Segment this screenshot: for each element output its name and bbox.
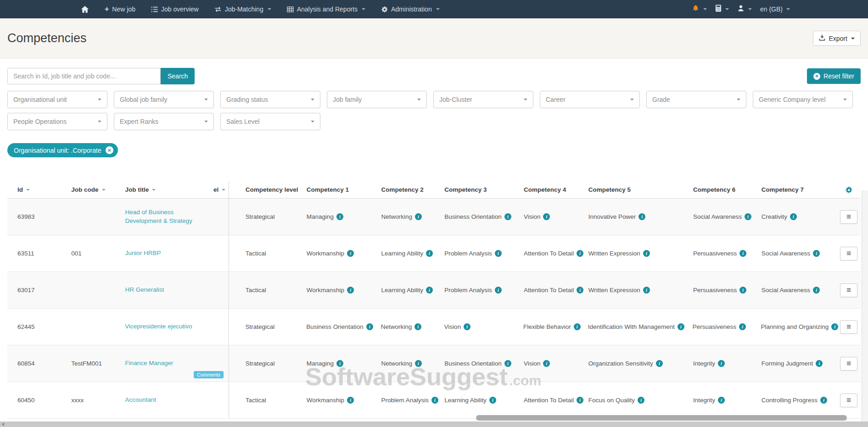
header-competency-level[interactable]: Competency level <box>229 181 307 198</box>
nav-job-matching[interactable]: Job-Matching <box>214 6 271 13</box>
info-icon[interactable]: i <box>489 397 496 404</box>
info-icon[interactable]: i <box>638 397 644 404</box>
header-level-clipped[interactable]: el <box>208 181 229 198</box>
info-icon[interactable]: i <box>504 213 511 220</box>
info-icon[interactable]: i <box>336 360 343 367</box>
nav-analysis-reports[interactable]: Analysis and Reports <box>287 6 365 13</box>
info-icon[interactable]: i <box>347 250 354 257</box>
header-competency-6[interactable]: Competency 6 <box>693 181 762 198</box>
info-icon[interactable]: i <box>577 250 583 257</box>
info-icon[interactable]: i <box>415 213 422 220</box>
horizontal-scrollbar-thumb[interactable] <box>476 415 847 421</box>
info-icon[interactable]: i <box>495 250 502 257</box>
row-menu-button[interactable]: ≡ <box>840 247 857 261</box>
info-icon[interactable]: i <box>643 287 650 294</box>
info-icon[interactable]: i <box>577 287 583 294</box>
info-icon[interactable]: i <box>347 397 354 404</box>
filter-dropdown[interactable]: Sales Level <box>220 113 320 130</box>
header-id[interactable]: Id <box>7 181 61 198</box>
header-job-title[interactable]: Job title <box>115 181 208 198</box>
vertical-scrollbar-track[interactable] <box>862 190 868 421</box>
nav-new-job[interactable]: + New job <box>105 6 135 13</box>
search-button[interactable]: Search <box>161 68 195 84</box>
job-title-link[interactable]: Finance Manager <box>125 359 173 368</box>
info-icon[interactable]: i <box>643 250 650 257</box>
info-icon[interactable]: i <box>813 287 820 294</box>
info-icon[interactable]: i <box>816 360 823 367</box>
filter-dropdown[interactable]: Organisational unit <box>7 91 107 108</box>
search-input[interactable] <box>7 68 161 84</box>
info-icon[interactable]: i <box>718 397 725 404</box>
info-icon[interactable]: i <box>504 360 511 367</box>
header-competency-2[interactable]: Competency 2 <box>381 181 444 198</box>
nav-job-overview[interactable]: Job overview <box>151 6 199 13</box>
info-icon[interactable]: i <box>739 323 746 330</box>
reset-filter-button[interactable]: × Reset filter <box>807 68 861 84</box>
user-menu[interactable] <box>737 5 752 14</box>
filter-dropdown[interactable]: Generic Company level <box>753 91 853 108</box>
filter-dropdown[interactable]: Career <box>540 91 640 108</box>
row-menu-button[interactable]: ≡ <box>840 394 857 407</box>
info-icon[interactable]: i <box>464 323 470 330</box>
job-title-link[interactable]: Head of Business Development & Strategy <box>125 208 204 226</box>
info-icon[interactable]: i <box>574 323 581 330</box>
info-icon[interactable]: i <box>813 250 820 257</box>
header-competency-5[interactable]: Competency 5 <box>588 181 693 198</box>
comments-badge[interactable]: Comments <box>194 371 224 378</box>
language-menu[interactable]: en (GB) <box>760 6 790 13</box>
info-icon[interactable]: i <box>415 360 422 367</box>
info-icon[interactable]: i <box>820 397 827 404</box>
filter-dropdown[interactable]: Grading status <box>220 91 320 108</box>
header-competency-4[interactable]: Competency 4 <box>524 181 588 198</box>
header-competency-3[interactable]: Competency 3 <box>444 181 524 198</box>
info-icon[interactable]: i <box>426 250 433 257</box>
info-icon[interactable]: i <box>718 360 725 367</box>
info-icon[interactable]: i <box>739 287 746 294</box>
filter-dropdown[interactable]: Global job family <box>114 91 214 108</box>
info-icon[interactable]: i <box>656 360 663 367</box>
filter-dropdown[interactable]: Job-Cluster <box>433 91 533 108</box>
info-icon[interactable]: i <box>426 287 433 294</box>
info-icon[interactable]: i <box>543 213 550 220</box>
cell-level-clipped <box>208 235 229 272</box>
header-competency-7[interactable]: Competency 7 <box>762 181 837 198</box>
row-menu-button[interactable]: ≡ <box>840 357 857 371</box>
competency-name: Creativity <box>762 213 787 220</box>
info-icon[interactable]: i <box>678 323 684 330</box>
info-icon[interactable]: i <box>638 213 645 220</box>
job-title-link[interactable]: Vicepresidente ejecutivo <box>125 322 192 331</box>
row-menu-button[interactable]: ≡ <box>840 283 857 297</box>
horizontal-scrollbar-track[interactable] <box>0 421 868 427</box>
info-icon[interactable]: i <box>336 213 343 220</box>
info-icon[interactable]: i <box>790 213 797 220</box>
row-menu-button[interactable]: ≡ <box>840 210 857 224</box>
scroll-left-arrow-icon[interactable] <box>2 422 4 426</box>
nav-home[interactable] <box>81 6 89 13</box>
info-icon[interactable]: i <box>495 287 502 294</box>
info-icon[interactable]: i <box>745 213 751 220</box>
filter-dropdown[interactable]: Expert Ranks <box>114 113 214 130</box>
job-title-link[interactable]: HR Generalist <box>125 286 164 294</box>
header-job-code[interactable]: Job code <box>61 181 115 198</box>
export-button[interactable]: Export <box>813 31 861 46</box>
info-icon[interactable]: i <box>577 397 583 404</box>
row-menu-button[interactable]: ≡ <box>840 320 857 334</box>
info-icon[interactable]: i <box>431 397 438 404</box>
info-icon[interactable]: i <box>543 360 550 367</box>
column-settings-gear-icon[interactable] <box>845 186 852 194</box>
remove-filter-icon[interactable]: × <box>106 146 113 154</box>
filter-dropdown[interactable]: Job family <box>327 91 427 108</box>
info-icon[interactable]: i <box>414 323 421 330</box>
info-icon[interactable]: i <box>739 250 746 257</box>
info-icon[interactable]: i <box>366 323 373 330</box>
job-title-link[interactable]: Accountant <box>125 396 156 405</box>
notifications-menu[interactable] <box>692 5 707 14</box>
filter-dropdown[interactable]: Grade <box>646 91 746 108</box>
info-icon[interactable]: i <box>347 287 354 294</box>
filter-dropdown[interactable]: People Operations <box>7 113 107 130</box>
job-title-link[interactable]: Junior HRBP <box>125 249 161 258</box>
calculator-menu[interactable] <box>715 5 729 14</box>
filter-chip-organisational-unit[interactable]: Organisational unit: .Corporate × <box>7 143 118 157</box>
header-competency-1[interactable]: Competency 1 <box>307 181 381 198</box>
nav-administration[interactable]: Administration <box>381 6 440 13</box>
